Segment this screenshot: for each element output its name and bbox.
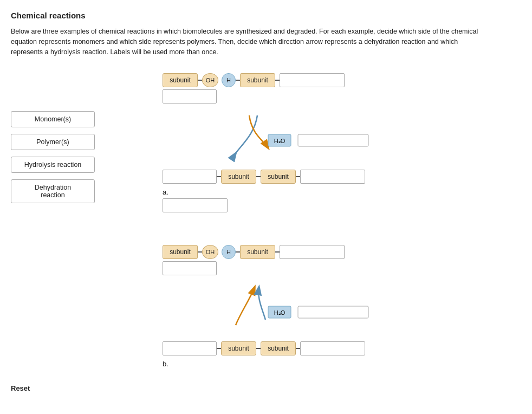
subunit-box-a4: subunit <box>261 170 296 184</box>
subunit-box-b4: subunit <box>261 341 296 355</box>
diagram-b-label: b. <box>163 360 433 368</box>
drop-a-top-left[interactable] <box>163 89 217 104</box>
subunit-box-a2: subunit <box>240 73 275 87</box>
drop-a-bottom-left[interactable] <box>163 170 217 184</box>
svg-rect-2 <box>298 134 368 146</box>
subunit-box-a1: subunit <box>163 73 198 87</box>
drop-b-bottom-right[interactable] <box>300 341 365 355</box>
subunit-box-b2: subunit <box>240 245 275 259</box>
subunit-box-a3: subunit <box>221 170 256 184</box>
svg-text:H₂O: H₂O <box>274 138 286 144</box>
subunit-box-b3: subunit <box>221 341 256 355</box>
svg-rect-5 <box>298 306 368 318</box>
dehydration-label[interactable]: Dehydration reaction <box>11 179 95 203</box>
hydrolysis-label[interactable]: Hydrolysis reaction <box>11 157 95 173</box>
drop-b-bottom-left[interactable] <box>163 341 217 355</box>
drop-b-top-right[interactable] <box>280 245 345 259</box>
drop-b-top-left[interactable] <box>163 261 217 275</box>
oh-box-b: OH <box>202 245 218 259</box>
diagram-a: subunit OH H subunit <box>119 68 433 212</box>
h-box-a: H <box>222 73 236 87</box>
diagram-a-label: a. <box>163 188 433 196</box>
oh-box-a: OH <box>202 73 218 87</box>
drop-a-top-right[interactable] <box>280 73 345 87</box>
drop-a-bottom-right[interactable] <box>300 170 365 184</box>
diagram-b: subunit OH H subunit <box>119 240 433 368</box>
reset-button[interactable]: Reset <box>11 384 30 392</box>
monomer-label[interactable]: Monomer(s) <box>11 111 95 127</box>
subunit-box-b1: subunit <box>163 245 198 259</box>
drop-a-reaction-left[interactable] <box>163 198 228 212</box>
svg-text:H₂O: H₂O <box>274 309 286 316</box>
h-box-b: H <box>222 245 236 259</box>
diagram-b-arrows: H₂O <box>119 276 433 341</box>
diagrams-panel: subunit OH H subunit <box>119 68 521 368</box>
intro-text: Below are three examples of chemical rea… <box>11 27 488 57</box>
labels-panel: Monomer(s) Polymer(s) Hydrolysis reactio… <box>11 68 119 368</box>
polymer-label[interactable]: Polymer(s) <box>11 134 95 150</box>
page-title: Chemical reactions <box>11 11 521 20</box>
diagram-a-arrows: H₂O <box>119 105 433 170</box>
